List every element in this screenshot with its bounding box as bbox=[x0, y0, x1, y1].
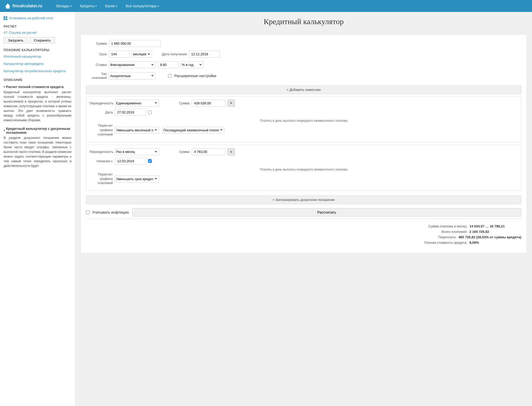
results-section: Сумма платежа в месяц: 14 034,57 … 18 79… bbox=[86, 221, 521, 248]
calculate-button[interactable]: Рассчитать bbox=[132, 208, 521, 216]
date-input[interactable] bbox=[189, 51, 220, 58]
platezh-label: Тип платежей bbox=[86, 72, 107, 80]
commission-1-date-input[interactable] bbox=[115, 109, 146, 116]
srok-input[interactable] bbox=[109, 51, 130, 58]
commission-1-date-row: Дата bbox=[89, 109, 518, 116]
desc-text-1: Кредитный калькулятор выполнит расчет по… bbox=[0, 90, 75, 125]
section-raschot: РАСЧЕТ bbox=[0, 22, 75, 29]
srok-row: Срок месяцев лет дней Дата получения bbox=[86, 51, 521, 58]
nav-arrow: ▾ bbox=[70, 5, 72, 8]
pereplata-value: 480 726,82 (28,53% от суммы кредита) bbox=[458, 235, 521, 239]
layout: Установить на рабочий стол РАСЧЕТ 🏷 Ссыл… bbox=[0, 12, 532, 406]
load-button[interactable]: Загрузить bbox=[4, 37, 28, 44]
tag-icon: 🏷 bbox=[4, 30, 7, 35]
commission-1-periodicity-label: Периодичность bbox=[89, 101, 113, 105]
similar-potrebit[interactable]: Калькулятор потребительского кредита bbox=[0, 67, 75, 75]
similar-auto[interactable]: Калькулятор автокредита bbox=[0, 60, 75, 67]
commission-2-close-button[interactable]: ✕ bbox=[228, 148, 235, 155]
desc-text-2: В разделе досрочного погашения можно сос… bbox=[0, 136, 75, 170]
sidebar: Установить на рабочий стол РАСЧЕТ 🏷 Ссыл… bbox=[0, 12, 75, 406]
schedule-button[interactable]: + Запланировать досрочное погашение bbox=[86, 195, 521, 204]
result-pereplata: Переплата: 480 726,82 (28,53% от суммы к… bbox=[86, 234, 521, 240]
commission-2-suma-label: Сумма bbox=[166, 150, 190, 154]
result-pss: Полная стоимость кредита: 8,59% bbox=[86, 240, 521, 245]
platezh-row: Тип платежей Аннуитетные Дифференцирован… bbox=[86, 72, 521, 80]
pereplata-label: Переплата: bbox=[438, 235, 456, 239]
commission-1-reschedule-row: Пересчет графика платежей Уменьшить меся… bbox=[89, 124, 518, 137]
commission-1-reschedule-label: Пересчет графика платежей bbox=[89, 124, 113, 137]
commission-1-date-label: Дата bbox=[89, 110, 113, 114]
commission-1-reschedule-select[interactable]: Уменьшить месячный пл Уменьшить срок кре… bbox=[115, 127, 159, 134]
vsego-label: Всего платежей: bbox=[442, 230, 467, 234]
similar-ipoteka[interactable]: Ипотечный калькулятор bbox=[0, 53, 75, 60]
commission-2-pay-note: Платить в день выплаты очередного ежемес… bbox=[89, 167, 518, 172]
calc-bottom-row: Учитывать инфляцию Рассчитать bbox=[86, 208, 521, 216]
nav-banki[interactable]: Банки ▾ bbox=[101, 2, 121, 10]
stavka-value-input[interactable] bbox=[158, 61, 178, 68]
commission-2-periodicity-label: Периодичность bbox=[89, 150, 113, 154]
srok-label: Срок bbox=[86, 52, 107, 56]
commission-2-suma-input[interactable] bbox=[192, 148, 225, 155]
section-desc: ОПИСАНИЕ bbox=[0, 75, 75, 83]
suma-platezha-label: Сумма платежа в месяц: bbox=[428, 224, 467, 228]
pss-label: Полная стоимость кредита: bbox=[424, 241, 467, 245]
stavka-label: Ставка bbox=[86, 63, 107, 67]
nav-arrow-3: ▾ bbox=[116, 5, 117, 8]
header-nav: Вклады ▾ Кредиты ▾ Банки ▾ Все калькулят… bbox=[53, 2, 163, 10]
main: Кредитный калькулятор Сумма Срок месяцев… bbox=[75, 12, 532, 406]
desc-title-2: ▾ Кредитный калькулятор с досрочным пога… bbox=[0, 125, 75, 136]
commission-block-2: Периодичность Единовременно Раз в месяц … bbox=[86, 145, 521, 191]
nav-vklady[interactable]: Вклады ▾ bbox=[53, 2, 75, 10]
commission-1-pay-note: Платить в день выплаты очередного ежемес… bbox=[89, 118, 518, 124]
commission-2-reschedule-select[interactable]: Уменьшить срок кредита Уменьшить месячны… bbox=[115, 175, 159, 182]
commission-2-reschedule-label: Пересчет графика платежей bbox=[89, 172, 113, 186]
nav-all[interactable]: Все калькуляторы ▾ bbox=[122, 2, 162, 10]
extended-label: Расширенные настройки bbox=[174, 74, 216, 78]
commission-1-periodicity-select[interactable]: Единовременно Раз в месяц Раз в год bbox=[115, 100, 159, 107]
inflation-checkbox[interactable] bbox=[86, 211, 90, 214]
commission-block-1: Периодичность Единовременно Раз в месяц … bbox=[86, 96, 521, 142]
commission-2-periodicity-row: Периодичность Единовременно Раз в месяц … bbox=[89, 148, 518, 155]
commission-2-reschedule-row: Пересчет графика платежей Уменьшить срок… bbox=[89, 172, 518, 186]
page-title: Кредитный калькулятор bbox=[81, 15, 527, 30]
commission-1-reschedule2-select[interactable]: Последующий ежемесячный платеж - % После… bbox=[162, 127, 224, 134]
save-button[interactable]: Сохранить bbox=[29, 37, 55, 44]
inflation-label: Учитывать инфляцию bbox=[92, 210, 129, 214]
suma-platezha-value: 14 034,57 … 18 798,21 bbox=[469, 224, 521, 228]
commission-2-date-input[interactable] bbox=[115, 158, 146, 165]
date-label: Дата получения bbox=[162, 52, 187, 56]
header: fincalculator.ru Вклады ▾ Кредиты ▾ Банк… bbox=[0, 0, 532, 12]
pss-value: 8,59% bbox=[469, 241, 521, 245]
nav-kredity[interactable]: Кредиты ▾ bbox=[76, 2, 101, 10]
calculator-card: Сумма Срок месяцев лет дней Дата получен… bbox=[81, 35, 527, 253]
commission-1-suma-label: Сумма bbox=[166, 101, 190, 105]
commission-2-periodicity-select[interactable]: Единовременно Раз в месяц Раз в год bbox=[115, 148, 159, 155]
period-select[interactable]: месяцев лет дней bbox=[132, 51, 152, 58]
section-similar: ПОХОЖИЕ КАЛЬКУЛЯТОРЫ bbox=[0, 45, 75, 53]
link-to-calc[interactable]: 🏷 Ссылка на расчет bbox=[0, 29, 75, 36]
result-vsego: Всего платежей: 2 165 726,82 bbox=[86, 229, 521, 234]
suma-label: Сумма bbox=[86, 42, 107, 45]
commission-2-date-row: Начиная с bbox=[89, 158, 518, 165]
sidebar-buttons: Загрузить Сохранить bbox=[0, 36, 75, 45]
suma-input[interactable] bbox=[109, 40, 161, 47]
vsego-value: 2 165 726,82 bbox=[469, 230, 521, 234]
commission-1-suma-input[interactable] bbox=[192, 100, 225, 107]
commission-1-periodicity-row: Периодичность Единовременно Раз в месяц … bbox=[89, 99, 518, 107]
commission-2-date-checkbox[interactable] bbox=[148, 159, 152, 163]
logo: fincalculator.ru bbox=[5, 3, 42, 9]
install-desktop-button[interactable]: Установить на рабочий стол bbox=[0, 15, 75, 22]
commission-1-close-button[interactable]: ✕ bbox=[228, 99, 235, 107]
stavka-unit-select[interactable]: % в год % в месяц bbox=[181, 61, 204, 68]
stavka-row: Ставка Фиксированная Плавающая % в год %… bbox=[86, 61, 521, 68]
extended-checkbox[interactable] bbox=[168, 74, 172, 78]
desc-arrow-1: ▾ bbox=[4, 85, 5, 88]
platezh-select[interactable]: Аннуитетные Дифференцированные bbox=[109, 72, 156, 79]
house-icon bbox=[5, 3, 10, 9]
suma-row: Сумма bbox=[86, 40, 521, 47]
stavka-type-select[interactable]: Фиксированная Плавающая bbox=[109, 61, 156, 68]
commission-2-date-label: Начиная с bbox=[89, 159, 113, 163]
commission-1-date-checkbox[interactable] bbox=[148, 111, 152, 114]
add-commission-button[interactable]: + Добавить комиссию bbox=[86, 85, 521, 94]
grid-icon bbox=[4, 16, 7, 20]
